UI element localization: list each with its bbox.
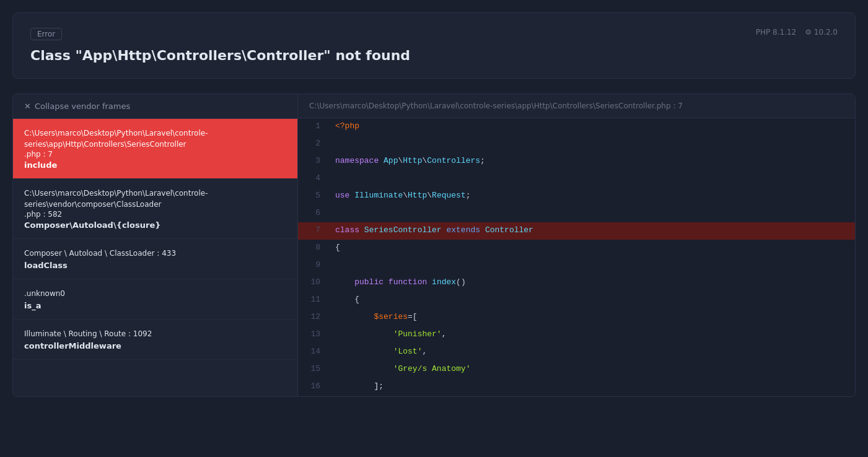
line-code-14: 'Lost',: [328, 344, 855, 361]
frame-1-method: include: [24, 160, 286, 170]
line-code-16: ];: [328, 378, 855, 396]
code-line-10: 10 public function index(): [298, 274, 855, 292]
laravel-version: 10.2.0: [805, 28, 838, 37]
code-line-5: 5 use Illuminate\Http\Request;: [298, 188, 855, 205]
collapse-icon: ✕: [24, 102, 31, 111]
line-num-3: 3: [298, 153, 328, 170]
line-num-9: 9: [298, 257, 328, 274]
error-badge: Error: [30, 28, 62, 40]
line-num-13: 13: [298, 326, 328, 344]
error-title: Class "App\Http\Controllers\Controller" …: [30, 48, 838, 63]
line-code-12: $series=[: [328, 309, 855, 326]
code-line-9: 9: [298, 257, 855, 274]
code-line-3: 3 namespace App\Http\Controllers;: [298, 153, 855, 170]
line-code-6: [328, 205, 855, 222]
line-code-10: public function index(): [328, 274, 855, 292]
code-header: C:\Users\marco\Desktop\Python\Laravel\co…: [298, 94, 855, 118]
code-line-8: 8 {: [298, 240, 855, 257]
code-line-16: 16 ];: [298, 378, 855, 396]
version-info: PHP 8.1.12 10.2.0: [756, 28, 838, 37]
code-line-2: 2: [298, 136, 855, 153]
line-num-8: 8: [298, 240, 328, 257]
line-num-7: 7: [298, 222, 328, 240]
stack-frame-4[interactable]: .unknown0 is_a: [13, 279, 297, 320]
line-num-16: 16: [298, 378, 328, 396]
gear-icon: [805, 28, 812, 37]
frame-2-ext: .php : 582: [24, 210, 286, 219]
error-card: Error PHP 8.1.12 10.2.0 Class "App\Http\…: [12, 12, 856, 79]
frame-4-method: is_a: [24, 301, 286, 310]
line-code-3: namespace App\Http\Controllers;: [328, 153, 855, 170]
line-code-1: <?php: [328, 118, 855, 136]
frame-3-method: loadClass: [24, 261, 286, 270]
line-num-4: 4: [298, 170, 328, 188]
code-line-11: 11 {: [298, 292, 855, 309]
line-num-10: 10: [298, 274, 328, 292]
code-line-12: 12 $series=[: [298, 309, 855, 326]
frame-3-path: Composer \ Autoload \ ClassLoader : 433: [24, 248, 286, 259]
stack-frame-3[interactable]: Composer \ Autoload \ ClassLoader : 433 …: [13, 239, 297, 279]
frame-1-ext: .php : 7: [24, 150, 286, 159]
frame-5-method: controllerMiddleware: [24, 341, 286, 350]
line-code-4: [328, 170, 855, 188]
stack-panel: ✕ Collapse vendor frames C:\Users\marco\…: [13, 94, 298, 396]
line-code-15: 'Grey/s Anatomy': [328, 361, 855, 378]
stack-frame-5[interactable]: Illuminate \ Routing \ Route : 1092 cont…: [13, 320, 297, 360]
frame-4-path: .unknown0: [24, 288, 286, 299]
line-num-1: 1: [298, 118, 328, 136]
line-num-12: 12: [298, 309, 328, 326]
code-line-1: 1 <?php: [298, 118, 855, 136]
line-code-9: [328, 257, 855, 274]
code-line-4: 4: [298, 170, 855, 188]
line-num-11: 11: [298, 292, 328, 309]
php-version: PHP 8.1.12: [756, 28, 796, 37]
frame-5-path: Illuminate \ Routing \ Route : 1092: [24, 328, 286, 339]
frame-2-method: Composer\Autoload\{closure}: [24, 220, 286, 230]
line-num-14: 14: [298, 344, 328, 361]
code-line-14: 14 'Lost',: [298, 344, 855, 361]
line-num-2: 2: [298, 136, 328, 153]
line-code-13: 'Punisher',: [328, 326, 855, 344]
frame-1-path: C:\Users\marco\Desktop\Python\Laravel\co…: [24, 128, 286, 150]
line-code-5: use Illuminate\Http\Request;: [328, 188, 855, 205]
code-line-6: 6: [298, 205, 855, 222]
code-line-13: 13 'Punisher',: [298, 326, 855, 344]
main-panel: ✕ Collapse vendor frames C:\Users\marco\…: [12, 94, 856, 397]
collapse-vendor-button[interactable]: ✕ Collapse vendor frames: [13, 94, 297, 119]
line-num-6: 6: [298, 205, 328, 222]
code-panel: C:\Users\marco\Desktop\Python\Laravel\co…: [298, 94, 855, 396]
line-code-7: class SeriesController extends Controlle…: [328, 222, 855, 240]
stack-frame-2[interactable]: C:\Users\marco\Desktop\Python\Laravel\co…: [13, 179, 297, 239]
line-code-8: {: [328, 240, 855, 257]
code-content[interactable]: 1 <?php 2 3 namespace App\Http\Controlle…: [298, 118, 855, 396]
code-line-15: 15 'Grey/s Anatomy': [298, 361, 855, 378]
stack-frame-1[interactable]: C:\Users\marco\Desktop\Python\Laravel\co…: [13, 119, 297, 179]
line-num-15: 15: [298, 361, 328, 378]
line-code-11: {: [328, 292, 855, 309]
line-code-2: [328, 136, 855, 153]
code-line-7: 7 class SeriesController extends Control…: [298, 222, 855, 240]
frame-2-path: C:\Users\marco\Desktop\Python\Laravel\co…: [24, 188, 286, 210]
line-num-5: 5: [298, 188, 328, 205]
